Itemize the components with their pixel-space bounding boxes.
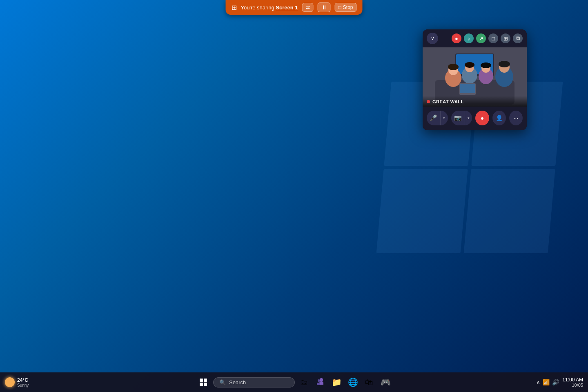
svg-point-18 [320,378,323,381]
search-bar[interactable]: 🔍 Search [213,377,295,388]
mic-button[interactable]: 🎤 [427,111,440,125]
video-feed: GREAT WALL [423,47,527,107]
stats-button[interactable]: ↗ [476,33,486,43]
svg-point-15 [499,61,510,67]
chevron-down-icon: ∨ [431,36,434,41]
weather-widget[interactable]: 24°C Sunny [5,377,29,388]
meeting-name-bar: GREAT WALL [423,96,527,107]
participants-button[interactable]: 👤 [492,111,506,125]
teams-controls: 🎤 ▾ 📷 ▾ ● 👤 [423,107,527,130]
more-icon: ··· [514,115,519,121]
svg-point-9 [465,62,474,68]
taskbar-app[interactable]: 🎮 [378,375,393,390]
meeting-name: GREAT WALL [432,99,464,104]
weather-text: 24°C Sunny [17,377,29,388]
camera-icon: 📷 [454,114,462,122]
volume-icon[interactable]: 🔊 [552,379,559,385]
weather-description: Sunny [17,383,29,388]
taskbar-store[interactable]: 🛍 [362,375,376,390]
edge-icon: 🌐 [348,377,358,387]
taskbar-file-explorer[interactable]: 🗂 [296,375,311,390]
desktop: ⊞ You're sharing Screen 1 ⇄ ⏸ □ Stop ∨ ● [0,0,588,392]
search-icon: 🔍 [219,379,226,385]
taskbar: 24°C Sunny 🔍 Search 🗂 [0,372,588,392]
camera-chevron-icon: ▾ [468,116,470,120]
record-dot-icon: ● [481,115,484,121]
wifi-icon[interactable]: 📶 [543,379,550,385]
teams-icon [315,377,325,387]
mic-chevron-icon: ▾ [443,116,445,120]
svg-point-6 [448,64,459,70]
clock-date: 10/05 [572,383,583,388]
people-icon: 👤 [496,115,503,121]
taskbar-edge[interactable]: 🌐 [345,375,360,390]
recording-dot [427,100,430,103]
grid-icon: ⊞ [503,36,508,42]
sun-icon [5,377,15,387]
screen-name: Screen 1 [276,4,298,11]
teams-video-area: GREAT WALL [423,47,527,107]
stop-share-icon: □ [339,4,341,10]
taskbar-right: ∧ 📶 🔊 11:00 AM 10/05 [536,377,583,388]
svg-point-12 [481,62,491,68]
expand-button[interactable]: ⧉ [513,33,523,43]
window-mode-button[interactable]: □ [488,33,498,43]
mic-icon: 🎤 [430,114,437,122]
audio-button[interactable]: ♪ [464,33,474,43]
sharing-bar: ⊞ You're sharing Screen 1 ⇄ ⏸ □ Stop [226,0,363,15]
folder-icon: 📁 [332,377,342,387]
svg-rect-17 [460,84,475,93]
collapse-button[interactable]: ∨ [427,33,438,44]
svg-point-19 [318,379,320,382]
file-explorer-icon: 🗂 [300,378,308,387]
camera-button[interactable]: 📷 [451,111,465,125]
teams-meeting-widget: ∨ ● ♪ ↗ □ ⊞ ⧉ [423,29,527,130]
taskbar-center: 🔍 Search 🗂 📁 🌐 [195,374,393,390]
chevron-up-icon[interactable]: ∧ [536,379,540,385]
audio-icon: ♪ [468,36,470,42]
switch-screen-button[interactable]: ⇄ [302,3,314,12]
taskbar-folder[interactable]: 📁 [329,375,344,390]
clock-time: 11:00 AM [562,377,583,383]
windows-logo-icon [200,379,207,386]
more-options-button[interactable]: ··· [509,111,523,125]
taskbar-left: 24°C Sunny [5,377,29,388]
camera-button-group: 📷 ▾ [451,111,472,125]
teams-header: ∨ ● ♪ ↗ □ ⊞ ⧉ [423,29,527,47]
store-icon: 🛍 [365,378,373,387]
record-icon: ● [455,36,458,42]
grid-view-button[interactable]: ⊞ [501,33,510,43]
header-left: ∨ [427,33,438,44]
start-button[interactable] [195,374,212,390]
app-icon: 🎮 [381,377,391,387]
window-icon: □ [492,36,495,42]
search-label: Search [229,379,246,385]
sharing-text: You're sharing Screen 1 [241,4,298,11]
mic-button-group: 🎤 ▾ [427,111,448,125]
temperature: 24°C [17,377,29,383]
record-indicator-button[interactable]: ● [452,33,461,43]
stop-share-label: Stop [343,4,353,10]
taskbar-teams[interactable] [313,375,327,390]
stop-share-button[interactable]: □ Stop [335,3,357,12]
header-icons: ● ♪ ↗ □ ⊞ ⧉ [452,33,523,43]
share-grid-icon: ⊞ [232,4,237,11]
record-button[interactable]: ● [475,111,489,125]
pause-share-button[interactable]: ⏸ [318,2,331,12]
system-icons: ∧ 📶 🔊 [536,379,559,385]
stats-icon: ↗ [479,36,483,42]
clock[interactable]: 11:00 AM 10/05 [562,377,583,388]
camera-dropdown-button[interactable]: ▾ [465,111,472,125]
expand-icon: ⧉ [516,35,520,42]
mic-dropdown-button[interactable]: ▾ [440,111,448,125]
